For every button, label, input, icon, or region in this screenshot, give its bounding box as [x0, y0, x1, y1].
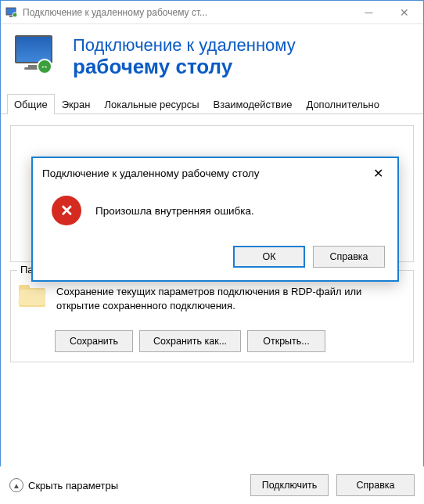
connection-settings-group: Параметры подключения Сохранение текущих… — [10, 270, 414, 362]
dialog-message: Произошла внутренняя ошибка. — [95, 205, 254, 217]
collapse-icon[interactable]: ▲ — [9, 478, 23, 492]
header-title: Подключение к удаленному рабочему столу — [73, 35, 296, 78]
save-button[interactable]: Сохранить — [55, 330, 133, 352]
dialog-ok-button[interactable]: ОК — [233, 246, 305, 268]
minimize-button[interactable]: ─ — [351, 1, 386, 23]
tabs: Общие Экран Локальные ресурсы Взаимодейс… — [1, 93, 423, 114]
dialog-close-button[interactable]: ✕ — [365, 162, 391, 184]
dialog-help-button[interactable]: Справка — [313, 246, 385, 268]
svg-rect-1 — [9, 16, 13, 17]
close-button[interactable]: ✕ — [386, 1, 422, 23]
footer: ▲ Скрыть параметры Подключить Справка — [0, 466, 424, 504]
dialog-title: Подключение к удаленному рабочему столу — [42, 167, 365, 179]
tab-general[interactable]: Общие — [7, 94, 55, 114]
header-app-icon: ↔ — [15, 35, 59, 79]
open-button[interactable]: Открыть... — [247, 330, 325, 352]
tab-display[interactable]: Экран — [55, 94, 98, 114]
connection-settings-description: Сохранение текущих параметров подключени… — [56, 285, 405, 322]
svg-point-2 — [13, 13, 17, 17]
dialog-titlebar: Подключение к удаленному рабочему столу … — [33, 158, 397, 188]
toggle-options-link[interactable]: Скрыть параметры — [28, 480, 118, 491]
connect-button[interactable]: Подключить — [250, 474, 329, 496]
app-icon — [5, 6, 18, 19]
save-as-button[interactable]: Сохранить как... — [139, 330, 241, 352]
folder-icon — [19, 285, 47, 322]
tab-local-resources[interactable]: Локальные ресурсы — [97, 94, 206, 114]
error-dialog: Подключение к удаленному рабочему столу … — [31, 157, 399, 282]
error-icon: ✕ — [52, 196, 81, 225]
tab-experience[interactable]: Взаимодействие — [207, 94, 300, 114]
tab-advanced[interactable]: Дополнительно — [299, 94, 386, 114]
footer-help-button[interactable]: Справка — [336, 474, 415, 496]
titlebar: Подключение к удаленному рабочему ст... … — [1, 1, 423, 24]
window-title: Подключение к удаленному рабочему ст... — [23, 7, 351, 18]
header: ↔ Подключение к удаленному рабочему стол… — [1, 24, 423, 93]
